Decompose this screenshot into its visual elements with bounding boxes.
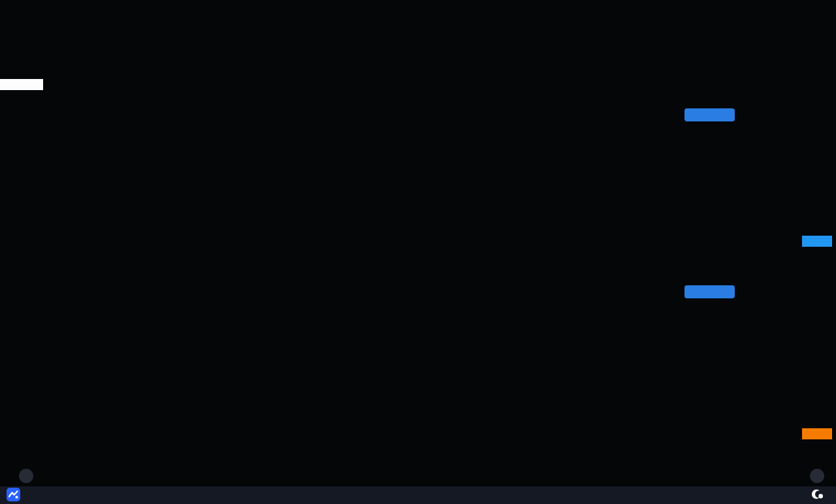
autoscale-button[interactable] bbox=[810, 469, 824, 483]
cryptoquant-logo-icon bbox=[811, 488, 826, 503]
top-panel-legend bbox=[48, 9, 62, 16]
trading-chart-app bbox=[0, 0, 836, 504]
puell-last-value-label bbox=[802, 428, 832, 439]
tradingview-logo-icon bbox=[7, 488, 20, 503]
timezone-button[interactable] bbox=[19, 469, 33, 483]
cryptoquant-brand[interactable] bbox=[811, 488, 829, 503]
date-range-badge-bottom[interactable] bbox=[684, 285, 735, 298]
footer-bar bbox=[0, 486, 836, 504]
mpi-last-value-label bbox=[802, 236, 832, 247]
tradingview-brand[interactable] bbox=[7, 488, 24, 503]
price-last-value-label bbox=[0, 79, 43, 90]
date-range-badge-top[interactable] bbox=[684, 108, 735, 121]
chart-canvas[interactable] bbox=[0, 0, 836, 504]
